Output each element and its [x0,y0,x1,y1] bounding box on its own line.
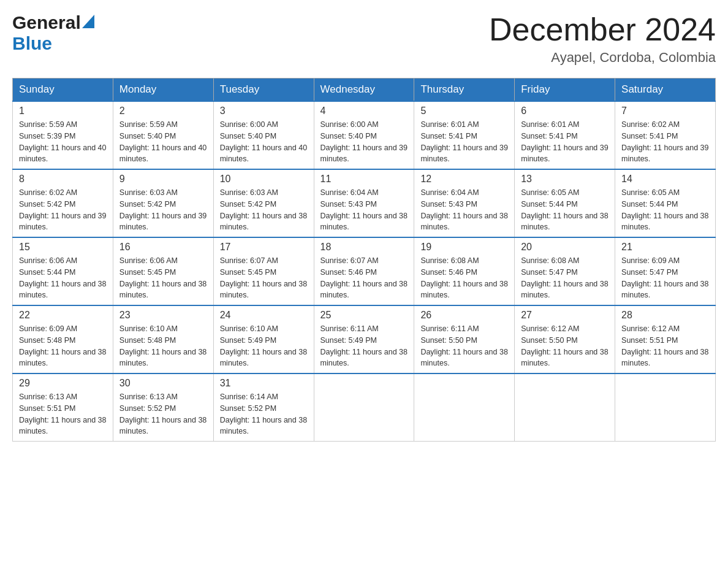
day-info: Sunrise: 6:00 AM Sunset: 5:40 PM Dayligh… [320,119,408,165]
logo: General Blue [12,12,94,54]
day-number: 9 [119,174,207,185]
day-info: Sunrise: 6:08 AM Sunset: 5:46 PM Dayligh… [420,255,508,301]
day-number: 6 [521,105,609,117]
table-row: 7 Sunrise: 6:02 AM Sunset: 5:41 PM Dayli… [615,101,716,169]
day-info: Sunrise: 6:13 AM Sunset: 5:52 PM Dayligh… [119,391,207,437]
day-number: 30 [119,378,207,389]
day-number: 12 [420,174,508,185]
svg-marker-0 [82,15,94,28]
logo-general-text: General [12,12,81,33]
day-number: 11 [320,174,408,185]
day-info: Sunrise: 6:07 AM Sunset: 5:45 PM Dayligh… [220,255,308,301]
table-row: 26 Sunrise: 6:11 AM Sunset: 5:50 PM Dayl… [414,305,515,373]
table-row: 3 Sunrise: 6:00 AM Sunset: 5:40 PM Dayli… [213,101,314,169]
table-row: 22 Sunrise: 6:09 AM Sunset: 5:48 PM Dayl… [13,305,113,373]
day-number: 13 [521,174,609,185]
day-info: Sunrise: 6:07 AM Sunset: 5:46 PM Dayligh… [320,255,408,301]
table-row: 24 Sunrise: 6:10 AM Sunset: 5:49 PM Dayl… [213,305,314,373]
day-number: 18 [320,242,408,253]
day-info: Sunrise: 6:12 AM Sunset: 5:51 PM Dayligh… [621,323,709,369]
day-info: Sunrise: 6:09 AM Sunset: 5:48 PM Dayligh… [19,323,107,369]
day-number: 27 [521,310,609,321]
table-row: 9 Sunrise: 6:03 AM Sunset: 5:42 PM Dayli… [113,169,213,237]
calendar-week-row: 15 Sunrise: 6:06 AM Sunset: 5:44 PM Dayl… [13,237,716,305]
day-number: 23 [119,310,207,321]
day-number: 2 [119,105,207,117]
day-number: 25 [320,310,408,321]
day-info: Sunrise: 6:11 AM Sunset: 5:50 PM Dayligh… [420,323,508,369]
table-row: 30 Sunrise: 6:13 AM Sunset: 5:52 PM Dayl… [113,373,213,442]
day-number: 1 [19,105,107,117]
day-info: Sunrise: 6:05 AM Sunset: 5:44 PM Dayligh… [521,187,609,233]
day-number: 14 [621,174,709,185]
table-row: 10 Sunrise: 6:03 AM Sunset: 5:42 PM Dayl… [213,169,314,237]
table-row: 27 Sunrise: 6:12 AM Sunset: 5:50 PM Dayl… [515,305,615,373]
day-number: 15 [19,242,107,253]
table-row: 29 Sunrise: 6:13 AM Sunset: 5:51 PM Dayl… [13,373,113,442]
day-number: 5 [420,105,508,117]
day-number: 19 [420,242,508,253]
day-info: Sunrise: 6:06 AM Sunset: 5:44 PM Dayligh… [19,255,107,301]
table-row: 5 Sunrise: 6:01 AM Sunset: 5:41 PM Dayli… [414,101,515,169]
day-info: Sunrise: 6:04 AM Sunset: 5:43 PM Dayligh… [320,187,408,233]
day-number: 10 [220,174,308,185]
calendar-table: Sunday Monday Tuesday Wednesday Thursday… [12,78,716,442]
table-row [615,373,716,442]
table-row: 21 Sunrise: 6:09 AM Sunset: 5:47 PM Dayl… [615,237,716,305]
day-info: Sunrise: 6:10 AM Sunset: 5:49 PM Dayligh… [220,323,308,369]
day-info: Sunrise: 6:01 AM Sunset: 5:41 PM Dayligh… [420,119,508,165]
table-row: 6 Sunrise: 6:01 AM Sunset: 5:41 PM Dayli… [515,101,615,169]
day-info: Sunrise: 6:04 AM Sunset: 5:43 PM Dayligh… [420,187,508,233]
header-wednesday: Wednesday [314,79,414,102]
page-header: General Blue December 2024 Ayapel, Cordo… [12,12,716,66]
day-info: Sunrise: 6:10 AM Sunset: 5:48 PM Dayligh… [119,323,207,369]
table-row: 17 Sunrise: 6:07 AM Sunset: 5:45 PM Dayl… [213,237,314,305]
day-info: Sunrise: 6:03 AM Sunset: 5:42 PM Dayligh… [119,187,207,233]
table-row: 4 Sunrise: 6:00 AM Sunset: 5:40 PM Dayli… [314,101,414,169]
day-info: Sunrise: 6:12 AM Sunset: 5:50 PM Dayligh… [521,323,609,369]
table-row: 8 Sunrise: 6:02 AM Sunset: 5:42 PM Dayli… [13,169,113,237]
table-row: 25 Sunrise: 6:11 AM Sunset: 5:49 PM Dayl… [314,305,414,373]
table-row [515,373,615,442]
table-row: 16 Sunrise: 6:06 AM Sunset: 5:45 PM Dayl… [113,237,213,305]
day-info: Sunrise: 6:05 AM Sunset: 5:44 PM Dayligh… [621,187,709,233]
day-info: Sunrise: 6:14 AM Sunset: 5:52 PM Dayligh… [220,391,308,437]
day-info: Sunrise: 6:03 AM Sunset: 5:42 PM Dayligh… [220,187,308,233]
table-row: 12 Sunrise: 6:04 AM Sunset: 5:43 PM Dayl… [414,169,515,237]
calendar-week-row: 8 Sunrise: 6:02 AM Sunset: 5:42 PM Dayli… [13,169,716,237]
day-info: Sunrise: 6:13 AM Sunset: 5:51 PM Dayligh… [19,391,107,437]
table-row: 15 Sunrise: 6:06 AM Sunset: 5:44 PM Dayl… [13,237,113,305]
table-row: 1 Sunrise: 5:59 AM Sunset: 5:39 PM Dayli… [13,101,113,169]
calendar-week-row: 1 Sunrise: 5:59 AM Sunset: 5:39 PM Dayli… [13,101,716,169]
day-number: 24 [220,310,308,321]
day-number: 16 [119,242,207,253]
day-info: Sunrise: 5:59 AM Sunset: 5:40 PM Dayligh… [119,119,207,165]
header-monday: Monday [113,79,213,102]
table-row [314,373,414,442]
table-row: 13 Sunrise: 6:05 AM Sunset: 5:44 PM Dayl… [515,169,615,237]
header-sunday: Sunday [13,79,113,102]
day-number: 31 [220,378,308,389]
day-info: Sunrise: 6:00 AM Sunset: 5:40 PM Dayligh… [220,119,308,165]
day-number: 7 [621,105,709,117]
month-year-heading: December 2024 [489,12,716,47]
day-number: 21 [621,242,709,253]
day-info: Sunrise: 6:11 AM Sunset: 5:49 PM Dayligh… [320,323,408,369]
day-number: 20 [521,242,609,253]
calendar-header-row: Sunday Monday Tuesday Wednesday Thursday… [13,79,716,102]
table-row: 23 Sunrise: 6:10 AM Sunset: 5:48 PM Dayl… [113,305,213,373]
title-section: December 2024 Ayapel, Cordoba, Colombia [489,12,716,66]
day-info: Sunrise: 5:59 AM Sunset: 5:39 PM Dayligh… [19,119,107,165]
header-friday: Friday [515,79,615,102]
day-number: 17 [220,242,308,253]
header-saturday: Saturday [615,79,716,102]
day-number: 29 [19,378,107,389]
day-number: 3 [220,105,308,117]
day-number: 22 [19,310,107,321]
table-row: 19 Sunrise: 6:08 AM Sunset: 5:46 PM Dayl… [414,237,515,305]
calendar-week-row: 22 Sunrise: 6:09 AM Sunset: 5:48 PM Dayl… [13,305,716,373]
day-info: Sunrise: 6:02 AM Sunset: 5:41 PM Dayligh… [621,119,709,165]
table-row: 28 Sunrise: 6:12 AM Sunset: 5:51 PM Dayl… [615,305,716,373]
logo-triangle-icon [82,15,94,31]
table-row: 11 Sunrise: 6:04 AM Sunset: 5:43 PM Dayl… [314,169,414,237]
